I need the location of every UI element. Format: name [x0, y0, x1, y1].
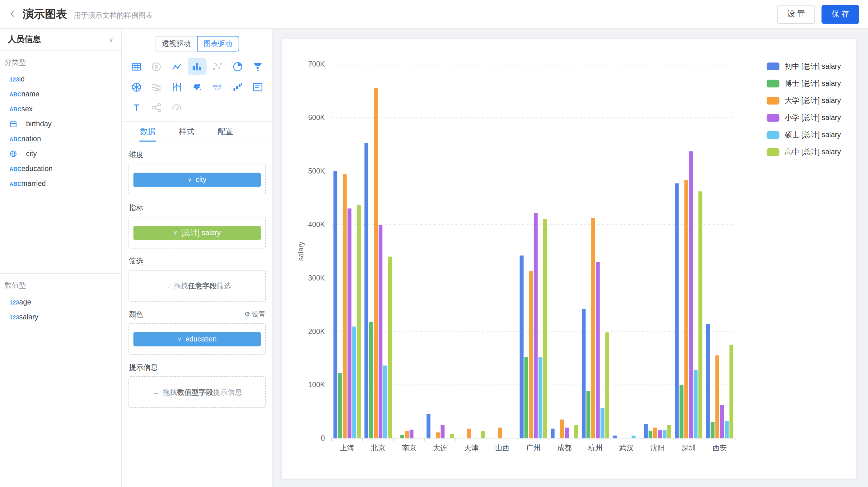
- field-name[interactable]: ABCname: [0, 87, 121, 101]
- legend-swatch: [767, 63, 779, 70]
- dimension-label: 维度: [129, 150, 266, 160]
- datasource-name: 人员信息: [8, 34, 41, 45]
- field-name: name: [22, 90, 39, 98]
- bar: [467, 428, 471, 438]
- drag-arrow-icon: →: [163, 282, 170, 290]
- tooltip-label: 提示信息: [129, 362, 266, 372]
- tab-style[interactable]: 样式: [178, 122, 195, 141]
- color-settings-button[interactable]: ⚙ 设置: [244, 310, 265, 319]
- y-tick-label: 100K: [308, 381, 325, 389]
- bar: [600, 408, 604, 438]
- numeric-type-icon: 123: [9, 298, 19, 306]
- field-section-0: 分类型123idABCnameABCsexbirthdayABCnationci…: [0, 51, 121, 273]
- bar: [725, 421, 728, 438]
- chart-type-pie[interactable]: [228, 58, 247, 75]
- x-tick-label: 西安: [712, 444, 727, 452]
- dimension-pill[interactable]: ∨ city: [133, 172, 261, 187]
- data-config-body: 维度 ∨ city 指标 ∨ [总计] salary 筛选 →: [122, 142, 272, 487]
- legend-item[interactable]: 大学 [总计] salary: [767, 96, 841, 106]
- tab-config[interactable]: 配置: [217, 122, 233, 141]
- chart-type-sankey: [147, 79, 166, 95]
- field-sex[interactable]: ABCsex: [0, 101, 121, 116]
- settings-button[interactable]: 设 置: [777, 5, 815, 23]
- chart-type-parallel[interactable]: [167, 79, 186, 95]
- chart-type-funnel[interactable]: [248, 58, 267, 75]
- chart-type-waterfall[interactable]: [228, 79, 247, 95]
- page-subtitle: 用于演示文档的样例图表: [74, 8, 153, 21]
- metric-dropzone[interactable]: ∨ [总计] salary: [128, 217, 266, 248]
- mode-tabs: 透视驱动图表驱动: [122, 29, 272, 57]
- tooltip-dropzone[interactable]: → 拖拽数值型字段提示信息: [128, 376, 266, 408]
- field-city[interactable]: city: [0, 146, 121, 161]
- bar: [334, 171, 337, 438]
- chart-type-map[interactable]: [188, 79, 206, 95]
- legend-item[interactable]: 博士 [总计] salary: [767, 79, 841, 89]
- field-name: salary: [19, 313, 38, 321]
- back-button[interactable]: ‹: [10, 6, 15, 21]
- legend-item[interactable]: 高中 [总计] salary: [767, 147, 841, 157]
- x-tick-label: 武汉: [619, 444, 634, 452]
- bar: [369, 322, 373, 439]
- field-name: age: [19, 298, 31, 306]
- chevron-down-icon: ∨: [108, 36, 114, 43]
- bar: [343, 174, 347, 438]
- bar: [631, 436, 635, 439]
- header: ‹ 演示图表 用于演示文档的样例图表 设 置 保 存: [0, 0, 868, 29]
- datasource-selector[interactable]: 人员信息 ∨: [0, 29, 121, 51]
- chart-type-table[interactable]: [127, 58, 146, 75]
- bar: [436, 432, 440, 438]
- bar: [565, 428, 569, 438]
- bar: [679, 385, 683, 438]
- chart-legend: 初中 [总计] salary博士 [总计] salary大学 [总计] sala…: [767, 62, 841, 164]
- legend-item[interactable]: 初中 [总计] salary: [767, 62, 841, 71]
- legend-item[interactable]: 小学 [总计] salary: [767, 113, 841, 123]
- filter-dropzone[interactable]: → 拖拽任意字段筛选: [128, 270, 266, 301]
- bar: [667, 425, 671, 438]
- color-pill[interactable]: ∨ education: [133, 332, 261, 346]
- y-tick-label: 0: [321, 434, 325, 442]
- chart-type-wordcloud[interactable]: wordcloudtag: [208, 79, 226, 95]
- calendar-icon: [9, 120, 26, 128]
- section-label: 分类型: [0, 51, 121, 71]
- dimension-dropzone[interactable]: ∨ city: [128, 164, 266, 195]
- tab-data[interactable]: 数据: [140, 122, 156, 141]
- field-education[interactable]: ABCeducation: [0, 161, 121, 176]
- bar: [520, 256, 523, 439]
- app-root: ‹ 演示图表 用于演示文档的样例图表 设 置 保 存 人员信息 ∨ 分类型123…: [0, 0, 868, 487]
- tab-pivot-driven[interactable]: 透视驱动: [155, 36, 197, 52]
- save-button[interactable]: 保 存: [822, 5, 859, 23]
- string-type-icon: ABC: [9, 164, 22, 172]
- bar: [551, 428, 554, 438]
- chart-type-radar[interactable]: [127, 79, 146, 95]
- legend-label: 博士 [总计] salary: [785, 79, 841, 89]
- legend-item[interactable]: 硕士 [总计] salary: [767, 130, 841, 140]
- field-married[interactable]: ABCmarried: [0, 176, 121, 191]
- chart-type-bar[interactable]: [188, 58, 206, 75]
- x-tick-label: 上海: [340, 444, 354, 452]
- legend-label: 高中 [总计] salary: [785, 147, 841, 157]
- bar: [649, 431, 652, 438]
- field-nation[interactable]: ABCnation: [0, 131, 121, 146]
- chart-type-relation: [147, 99, 166, 116]
- bar: [543, 219, 547, 439]
- chart-type-text[interactable]: T: [127, 99, 146, 116]
- y-tick-label: 400K: [308, 221, 325, 229]
- color-dropzone[interactable]: ∨ education: [128, 323, 266, 355]
- chart-type-richtext[interactable]: [248, 79, 267, 95]
- chart-type-grid: 8wordcloudtagT: [122, 57, 272, 121]
- field-birthday[interactable]: birthday: [0, 116, 121, 131]
- geo-icon: [9, 150, 26, 157]
- field-age[interactable]: 123age: [0, 294, 121, 310]
- svg-text:tag: tag: [219, 86, 222, 89]
- chart-type-line[interactable]: [167, 58, 186, 75]
- metric-pill[interactable]: ∨ [总计] salary: [133, 225, 261, 240]
- field-id[interactable]: 123id: [0, 71, 121, 87]
- section-label: 数值型: [0, 274, 121, 294]
- bar: [374, 88, 378, 438]
- field-salary[interactable]: 123salary: [0, 310, 121, 324]
- tab-chart-driven[interactable]: 图表驱动: [197, 36, 239, 52]
- filter-hint: 拖拽任意字段筛选: [174, 281, 231, 291]
- bar: [400, 435, 404, 438]
- bar: [529, 271, 533, 438]
- bar: [388, 257, 392, 438]
